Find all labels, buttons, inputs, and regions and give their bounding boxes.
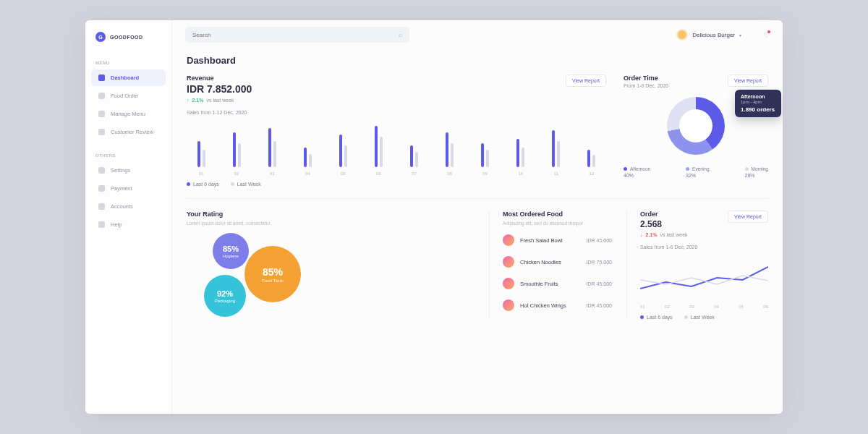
view-report-button[interactable]: View Report <box>566 75 606 87</box>
revenue-x-axis: 010203040506070809101112 <box>187 171 606 176</box>
order-time-legend: Afternoon40% Evening32% Morning28% <box>624 166 768 178</box>
revenue-bar-chart <box>187 122 606 167</box>
tooltip-title: Afternoon <box>741 94 775 99</box>
legend-pct: 28% <box>745 173 768 178</box>
manage-menu-icon <box>98 111 105 117</box>
avatar <box>676 29 688 41</box>
sidebar-item-payment[interactable]: Payment <box>91 180 166 197</box>
revenue-legend: Last 6 days Last Week <box>187 182 606 187</box>
sidebar-item-label: Food Order <box>111 93 138 99</box>
bottom-row: Your Rating Lorem ipsum dolor sit amet, … <box>187 210 768 320</box>
order-time-title: Order Time <box>624 75 668 82</box>
chevron-down-icon: ▾ <box>739 33 741 38</box>
legend-pct: 32% <box>686 173 710 178</box>
menu-section-label: MENU <box>85 55 171 69</box>
legend-label: Evening <box>692 166 710 171</box>
topbar: ⌕ Delicious Burger ▾ ♡ <box>172 20 783 49</box>
sidebar-item-settings[interactable]: Settings <box>91 162 166 179</box>
trend-down-icon: ↓ <box>640 232 643 237</box>
view-report-button[interactable]: View Report <box>728 210 768 223</box>
revenue-card: Revenue IDR 7.852.000 ↑ 2.1% vs last wee… <box>187 75 606 187</box>
notification-icon[interactable]: ♡ <box>763 31 770 39</box>
user-menu[interactable]: Delicious Burger ▾ <box>676 29 741 41</box>
sidebar: G GOODFOOD MENU Dashboard Food Order Man… <box>85 20 172 414</box>
search-icon: ⌕ <box>399 31 402 38</box>
sidebar-item-label: Customer Review <box>111 129 153 135</box>
main-area: ⌕ Delicious Burger ▾ ♡ Dashboard Revenue… <box>172 20 783 414</box>
sidebar-item-label: Help <box>111 221 122 228</box>
bubble-label: Packaging <box>215 299 235 303</box>
sidebar-item-help[interactable]: Help <box>91 216 166 233</box>
sidebar-item-label: Payment <box>111 185 132 192</box>
content: Dashboard Revenue IDR 7.852.000 ↑ 2.1% v… <box>172 49 783 414</box>
help-icon <box>98 221 105 228</box>
list-item[interactable]: Fresh Salad BowlIDR 45.000 <box>503 234 612 246</box>
bubble-value: 92% <box>217 289 233 298</box>
food-image <box>503 234 514 246</box>
order-value: 2.568 <box>640 219 688 229</box>
gear-icon <box>98 167 105 174</box>
legend-label: Last Week <box>691 315 715 320</box>
rating-bubble-chart: 85% Hygiene 85% Food Taste 92% Packaging <box>187 233 475 320</box>
order-time-card: Order Time From 1-6 Dec, 2020 View Repor… <box>624 75 768 187</box>
bubble-label: Food Taste <box>262 278 284 283</box>
dashboard-icon <box>98 75 105 81</box>
accounts-icon <box>98 203 105 210</box>
tooltip-sub: 1pm - 4pm <box>741 100 775 104</box>
sidebar-item-customer-review[interactable]: Customer Review <box>91 124 166 140</box>
food-price: IDR 45.000 <box>587 238 612 243</box>
food-price: IDR 45.000 <box>587 303 612 308</box>
food-name: Hot Chicken Wings <box>520 302 581 309</box>
donut-wrap: Afternoon 1pm - 4pm 1.890 orders <box>624 97 768 155</box>
food-price: IDR 75.000 <box>587 260 612 265</box>
divider <box>187 198 768 199</box>
legend-dot-icon <box>231 182 234 186</box>
tooltip-value: 1.890 orders <box>741 106 775 113</box>
order-sub: Sales from 1-6 Dec, 2020 <box>640 244 768 250</box>
page-title: Dashboard <box>187 55 768 66</box>
search-box[interactable]: ⌕ <box>185 27 409 43</box>
food-price: IDR 45.000 <box>587 281 612 286</box>
donut-tooltip: Afternoon 1pm - 4pm 1.890 orders <box>735 90 781 117</box>
food-list: Fresh Salad BowlIDR 45.000Chicken Noodle… <box>503 234 612 311</box>
sidebar-item-manage-menu[interactable]: Manage Menu <box>91 106 166 122</box>
trend-up-icon: ↑ <box>187 98 190 103</box>
revenue-value: IDR 7.852.000 <box>187 83 252 95</box>
list-item[interactable]: Smoothie FruitsIDR 45.000 <box>503 278 612 289</box>
bubble-value: 85% <box>263 266 283 278</box>
bubble-packaging: 92% Packaging <box>204 275 246 317</box>
view-report-button[interactable]: View Report <box>728 75 768 87</box>
list-item[interactable]: Hot Chicken WingsIDR 45.000 <box>503 299 612 311</box>
most-ordered-title: Most Ordered Food <box>503 210 612 218</box>
legend-label: Last 6 days <box>647 315 673 320</box>
rating-title: Your Rating <box>187 210 475 218</box>
order-trend-note: vs last week <box>660 232 687 237</box>
search-input[interactable] <box>192 32 399 38</box>
menu-section-label: OTHERS <box>85 148 171 162</box>
legend-label: Morning <box>752 166 768 171</box>
logo-mark-icon: G <box>95 32 106 42</box>
rating-sub: Lorem ipsum dolor sit amet, consectetur <box>187 221 475 226</box>
sidebar-item-accounts[interactable]: Accounts <box>91 198 166 215</box>
brand-name: GOODFOOD <box>110 35 143 40</box>
food-order-icon <box>98 93 105 99</box>
list-item[interactable]: Chicken NoodlesIDR 75.000 <box>503 256 612 268</box>
user-name: Delicious Burger <box>692 32 735 38</box>
most-ordered-card: Most Ordered Food Adipiscing elit, sed d… <box>489 210 612 320</box>
sidebar-item-label: Accounts <box>111 203 133 210</box>
order-time-sub: From 1-6 Dec, 2020 <box>624 83 668 88</box>
app-window: G GOODFOOD MENU Dashboard Food Order Man… <box>85 20 783 414</box>
legend-pct: 40% <box>624 173 650 178</box>
sidebar-item-dashboard[interactable]: Dashboard <box>91 69 166 86</box>
most-ordered-sub: Adipiscing elit, sed do eiusmod tempor <box>503 221 612 226</box>
food-name: Chicken Noodles <box>520 259 581 265</box>
sidebar-item-food-order[interactable]: Food Order <box>91 88 166 104</box>
bubble-label: Hygiene <box>223 254 239 258</box>
top-row: Revenue IDR 7.852.000 ↑ 2.1% vs last wee… <box>187 75 768 187</box>
legend-dot-icon <box>684 315 688 319</box>
legend-dot-icon <box>624 167 627 171</box>
bubble-value: 85% <box>223 244 239 253</box>
sidebar-item-label: Manage Menu <box>111 111 145 117</box>
food-name: Fresh Salad Bowl <box>520 237 581 244</box>
food-name: Smoothie Fruits <box>520 281 581 287</box>
